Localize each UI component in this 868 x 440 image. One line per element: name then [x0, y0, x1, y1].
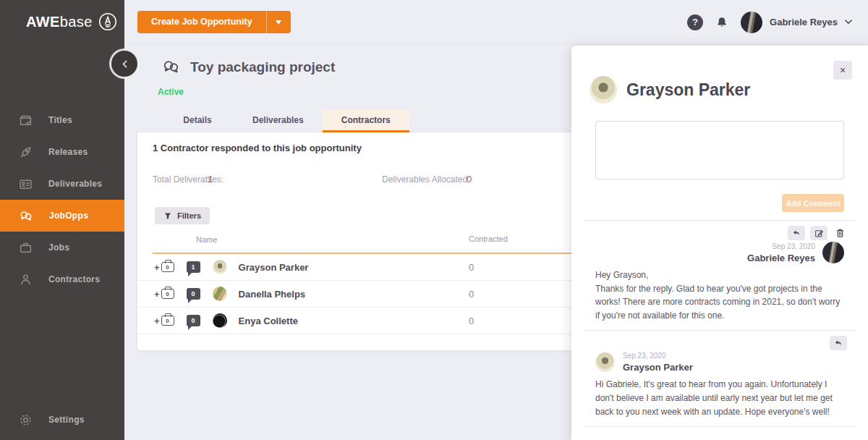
- user-name: Gabriele Reyes: [770, 17, 838, 28]
- sidebar-item-label: JobOpps: [49, 211, 88, 221]
- rocket-icon: [19, 145, 33, 159]
- topbar-right: ? Gabriele Reyes: [687, 12, 852, 33]
- filters-label: Filters: [177, 211, 201, 220]
- help-glyph: ?: [692, 17, 698, 28]
- contractor-name[interactable]: Grayson Parker: [239, 262, 309, 273]
- total-deliverables-label: Total Deliverables:: [153, 174, 224, 185]
- comment-actions: [595, 336, 847, 350]
- package-check-icon: [19, 114, 33, 127]
- sidebar-collapse-button[interactable]: [111, 51, 137, 77]
- create-job-opportunity-button[interactable]: Create Job Opportunity: [137, 11, 291, 33]
- app-logo: AWEbase: [26, 12, 117, 31]
- comment-input[interactable]: [595, 121, 844, 179]
- status-badge: Active: [158, 87, 184, 97]
- reply-button[interactable]: [788, 226, 805, 240]
- comment-count-badge[interactable]: 0: [187, 315, 200, 326]
- comment-count-badge[interactable]: 1: [187, 261, 200, 273]
- comment-meta: Sep 23, 2020 Gabriele Reyes: [595, 242, 844, 263]
- panel-header: Grayson Parker: [590, 76, 868, 103]
- tab-deliverables[interactable]: Deliverables: [234, 110, 323, 132]
- create-job-dropdown-button[interactable]: [267, 11, 291, 33]
- comment-text: Hi Gabriele, It's great to hear from you…: [595, 378, 844, 418]
- sidebar: AWEbase Titles: [0, 0, 124, 440]
- sidebar-item-jobs[interactable]: Jobs: [0, 232, 124, 263]
- contractor-name[interactable]: Danella Phelps: [239, 289, 305, 300]
- deliverables-allocated-value: 0: [467, 174, 472, 185]
- column-header-name: Name: [196, 235, 217, 244]
- contractor-name[interactable]: Enya Collette: [239, 316, 298, 326]
- contracted-value: 0: [469, 289, 474, 300]
- user-menu[interactable]: Gabriele Reyes: [741, 12, 852, 33]
- plus-icon: +: [154, 262, 160, 273]
- comment-count-badge[interactable]: 0: [187, 288, 200, 300]
- sidebar-item-label: Contractors: [48, 274, 100, 284]
- sidebar-item-settings[interactable]: Settings: [0, 404, 124, 436]
- create-job-opportunity-label[interactable]: Create Job Opportunity: [137, 11, 267, 33]
- comment-text: Hey Grayson, Thanks for the reply. Glad …: [595, 268, 844, 322]
- comment-author: Grayson Parker: [623, 362, 693, 373]
- add-job-button[interactable]: + 0: [154, 289, 174, 300]
- caret-down-icon: [276, 20, 281, 28]
- comment-meta: Sep 23, 2020 Grayson Parker: [595, 352, 844, 373]
- sidebar-item-label: Settings: [48, 415, 85, 425]
- column-header-contracted: Contracted: [469, 234, 508, 243]
- add-job-button[interactable]: + 0: [154, 262, 174, 273]
- sidebar-item-label: Jobs: [48, 242, 69, 253]
- briefcase-count-icon: 0: [161, 262, 174, 272]
- jobopp-chat-icon: [161, 58, 181, 76]
- comment-author: Gabriele Reyes: [747, 253, 815, 263]
- sidebar-item-jobopps[interactable]: JobOpps: [0, 200, 124, 232]
- add-job-button[interactable]: + 0: [154, 316, 174, 326]
- briefcase-count-icon: 0: [161, 316, 174, 326]
- chevron-left-icon: [122, 60, 128, 68]
- comment-date: Sep 23, 2020: [747, 242, 815, 250]
- id-card-icon: [19, 177, 33, 191]
- avatar: [213, 260, 227, 274]
- sidebar-item-titles[interactable]: Titles: [0, 104, 124, 136]
- comment-composer: [595, 121, 844, 182]
- avatar: [822, 242, 844, 263]
- help-icon[interactable]: ?: [687, 14, 703, 30]
- deliverables-allocated-label: Deliverables Allocated:: [382, 174, 469, 185]
- notifications-bell-icon[interactable]: [715, 16, 728, 29]
- comment-date: Sep 23, 2020: [623, 352, 693, 360]
- edit-button[interactable]: [810, 226, 827, 240]
- tab-contractors[interactable]: Contractors: [323, 110, 409, 132]
- contracted-value: 0: [469, 262, 474, 273]
- close-icon: ×: [840, 64, 846, 76]
- brand-name: AWEbase: [26, 14, 93, 30]
- page-header: Toy packaging project: [161, 58, 335, 76]
- filter-funnel-icon: [163, 211, 172, 221]
- topbar: Create Job Opportunity ? Gabriele Reyes: [124, 0, 868, 45]
- comment-actions: [595, 226, 847, 240]
- sidebar-item-deliverables[interactable]: Deliverables: [0, 168, 124, 200]
- sidebar-settings: Settings: [0, 404, 124, 436]
- tab-bar: Details Deliverables Contractors: [161, 110, 409, 132]
- chat-bubbles-icon: [19, 209, 33, 223]
- sidebar-nav: Titles Releases Deliverables: [0, 104, 124, 295]
- gear-icon: [19, 413, 33, 427]
- sidebar-item-releases[interactable]: Releases: [0, 136, 124, 168]
- page-title: Toy packaging project: [190, 59, 335, 75]
- add-comment-button[interactable]: Add Comment: [782, 194, 844, 212]
- chevron-down-icon: [845, 20, 852, 25]
- close-button[interactable]: ×: [833, 61, 852, 80]
- avatar: [213, 287, 227, 301]
- briefcase-icon: [19, 241, 33, 255]
- composer-actions: Add Comment: [595, 194, 844, 212]
- avatar: [741, 12, 762, 33]
- contractor-summary: 1 Contractor responded to this job oppor…: [153, 143, 362, 153]
- reply-button[interactable]: [830, 336, 847, 350]
- contracted-value: 0: [469, 316, 474, 326]
- panel-title: Grayson Parker: [626, 80, 750, 100]
- sidebar-item-label: Releases: [48, 147, 88, 157]
- filters-button[interactable]: Filters: [155, 207, 210, 224]
- plus-icon: +: [154, 316, 160, 326]
- avatar: [213, 313, 227, 328]
- comment-item: Sep 23, 2020 Gabriele Reyes Hey Grayson,…: [571, 221, 868, 322]
- tab-details[interactable]: Details: [161, 110, 234, 132]
- sidebar-item-contractors[interactable]: Contractors: [0, 263, 124, 295]
- delete-button[interactable]: [833, 226, 847, 240]
- brand-logo-icon: [98, 12, 117, 31]
- sidebar-item-label: Deliverables: [48, 179, 102, 189]
